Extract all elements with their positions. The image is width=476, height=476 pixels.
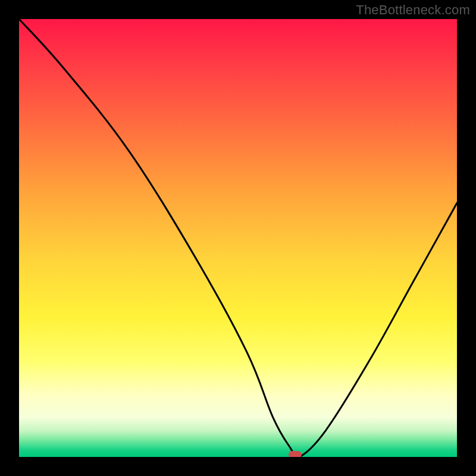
plot-area [19, 19, 457, 457]
bottleneck-curve [19, 19, 457, 457]
chart-frame: TheBottleneck.com [0, 0, 476, 476]
optimum-marker [289, 451, 302, 457]
watermark-text: TheBottleneck.com [356, 2, 470, 18]
